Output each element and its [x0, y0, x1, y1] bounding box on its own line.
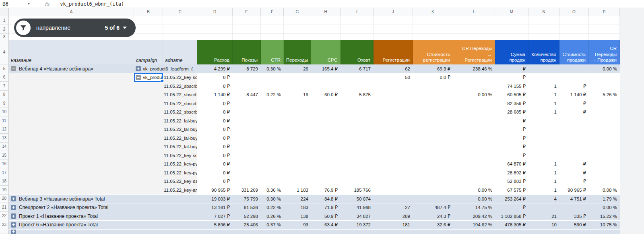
- cell-C2[interactable]: [163, 25, 197, 34]
- cell-M10[interactable]: 28 685 ₽: [495, 108, 528, 117]
- row-header-9[interactable]: 9: [0, 99, 8, 108]
- cell-C7[interactable]: 11.05.22_sbscrb: [163, 82, 197, 91]
- name-header[interactable]: название: [9, 40, 134, 64]
- cell-M5[interactable]: ₽: [495, 64, 528, 73]
- cell-I1[interactable]: [341, 16, 374, 25]
- cell-C15[interactable]: 11.05.22_key-sc: [163, 151, 197, 160]
- cell-H3[interactable]: [311, 34, 341, 40]
- cell-E2[interactable]: [233, 25, 261, 34]
- column-header-F[interactable]: F: [261, 8, 284, 16]
- row-header-6[interactable]: 6: [0, 73, 8, 82]
- cell-D1[interactable]: [197, 16, 233, 25]
- cell-H20[interactable]: 84.8 ₽: [311, 195, 341, 203]
- metric-header-M[interactable]: Суммапродаж: [495, 40, 528, 64]
- cell-L5[interactable]: 238.46 %: [453, 64, 495, 73]
- cell-P3[interactable]: [589, 34, 620, 40]
- column-header-L[interactable]: L: [453, 8, 495, 16]
- row-header-24[interactable]: [0, 229, 8, 234]
- cell-L8[interactable]: 0.00 %: [453, 91, 495, 99]
- row-header-10[interactable]: 10: [0, 108, 8, 117]
- cell-N1[interactable]: [528, 16, 559, 25]
- cell-N8[interactable]: 1: [528, 91, 559, 99]
- cell-O2[interactable]: [559, 25, 589, 34]
- cell-N10[interactable]: 1: [528, 108, 559, 117]
- cell-J23[interactable]: 181: [374, 221, 413, 229]
- row-header-20[interactable]: 20: [0, 195, 8, 203]
- cell-D6[interactable]: 0 ₽: [197, 73, 233, 82]
- cell-G21[interactable]: 183: [284, 203, 311, 212]
- cell-C6[interactable]: 11.05.22_key-sc: [163, 73, 197, 82]
- cell-K21[interactable]: 487.4 ₽: [413, 203, 453, 212]
- cell-O20[interactable]: 4 751 ₽: [559, 195, 589, 203]
- column-header-K[interactable]: K: [413, 8, 453, 16]
- metric-header-L[interactable]: CR Переходы→Регистрации: [453, 40, 495, 64]
- row-header-2[interactable]: 2: [0, 25, 8, 34]
- row-header-19[interactable]: 19: [0, 186, 8, 195]
- cell-C14[interactable]: 11.05.22_lal-buy: [163, 143, 197, 151]
- cell-D20[interactable]: 19 003 ₽: [197, 195, 233, 203]
- cell-J22[interactable]: 289: [374, 212, 413, 221]
- cell-D5[interactable]: 4 299 ₽: [197, 64, 233, 73]
- cell-N23[interactable]: 10: [528, 221, 559, 229]
- cell-D9[interactable]: 0 ₽: [197, 99, 233, 108]
- name-box-caret-icon[interactable]: ▼: [27, 2, 38, 5]
- cell-E1[interactable]: [233, 16, 261, 25]
- cell-O18[interactable]: ₽: [559, 177, 589, 186]
- filter-chip[interactable]: направление 5 of 6: [14, 19, 136, 37]
- cell-D3[interactable]: [197, 34, 233, 40]
- cell-C17[interactable]: 11.05.22_key-py: [163, 168, 197, 177]
- column-header-P[interactable]: P: [589, 8, 620, 16]
- cell-N9[interactable]: 1: [528, 99, 559, 108]
- cell-E5[interactable]: 8 729: [233, 64, 261, 73]
- cell-M18[interactable]: 52 883 ₽: [495, 177, 528, 186]
- cell-P21[interactable]: 0.00 %: [589, 203, 620, 212]
- cell-L20[interactable]: 0.00 %: [453, 195, 495, 203]
- row-header-3[interactable]: 3: [0, 34, 8, 40]
- metric-header-J[interactable]: Регистрации: [374, 40, 413, 64]
- cell-D13[interactable]: 0 ₽: [197, 134, 233, 143]
- cell-K3[interactable]: [413, 34, 453, 40]
- cell-K23[interactable]: 32.6 ₽: [413, 221, 453, 229]
- cell-L19[interactable]: 0.00 %: [453, 186, 495, 195]
- cell-I8[interactable]: 5 875: [341, 91, 374, 99]
- cell-F21[interactable]: 0.22 %: [261, 203, 284, 212]
- cell-I19[interactable]: 185 766: [341, 186, 374, 195]
- cell-G3[interactable]: [284, 34, 311, 40]
- cell-A22[interactable]: +Проект 1 «Название проекта» Total: [9, 212, 134, 221]
- filter-chip-count[interactable]: 5 of 6: [105, 25, 127, 31]
- metric-header-P[interactable]: CR Переходы→ Продажи: [589, 40, 620, 64]
- cell-F20[interactable]: 0.30 %: [261, 195, 284, 203]
- row-header-13[interactable]: 13: [0, 134, 8, 143]
- cell-A23[interactable]: +Проект 6 «Название проекта» Total: [9, 221, 134, 229]
- cell-P22[interactable]: 15.22 %: [589, 212, 620, 221]
- metric-header-O[interactable]: Стоимостьпродажи: [559, 40, 589, 64]
- cell-D15[interactable]: 0 ₽: [197, 151, 233, 160]
- cell-C10[interactable]: 11.05.22_sbscrb: [163, 108, 197, 117]
- cell-H2[interactable]: [311, 25, 341, 34]
- cell-M21[interactable]: ₽: [495, 203, 528, 212]
- cell-O7[interactable]: ₽: [559, 82, 589, 91]
- column-header-G[interactable]: G: [284, 8, 311, 16]
- cell-G19[interactable]: 1 183: [284, 186, 311, 195]
- metric-header-G[interactable]: Переходы: [284, 40, 311, 64]
- cell-J1[interactable]: [374, 16, 413, 25]
- metric-header-F[interactable]: CTR: [261, 40, 284, 64]
- cell-G5[interactable]: 26: [284, 64, 311, 73]
- row-header-8[interactable]: 8: [0, 91, 8, 99]
- cell-O8[interactable]: 1 140 ₽: [559, 91, 589, 99]
- cell-D19[interactable]: 90 965 ₽: [197, 186, 233, 195]
- cell-E20[interactable]: 75 799: [233, 195, 261, 203]
- metric-header-H[interactable]: CPC: [311, 40, 341, 64]
- cell-F23[interactable]: 0.37 %: [261, 221, 284, 229]
- cell-C1[interactable]: [163, 16, 197, 25]
- cell-O16[interactable]: ₽: [559, 160, 589, 169]
- cell-F8[interactable]: 0.22 %: [261, 91, 284, 99]
- metric-header-K[interactable]: Стоимостьрегистрации: [413, 40, 453, 64]
- cell-L1[interactable]: [453, 16, 495, 25]
- cell-J6[interactable]: 50: [374, 73, 413, 82]
- row-header-11[interactable]: 11: [0, 116, 8, 125]
- cell-I5[interactable]: 6 717: [341, 64, 374, 73]
- column-header-N[interactable]: N: [528, 8, 559, 16]
- cell-P19[interactable]: 0.08 %: [589, 186, 620, 195]
- cell-N17[interactable]: 1: [528, 168, 559, 177]
